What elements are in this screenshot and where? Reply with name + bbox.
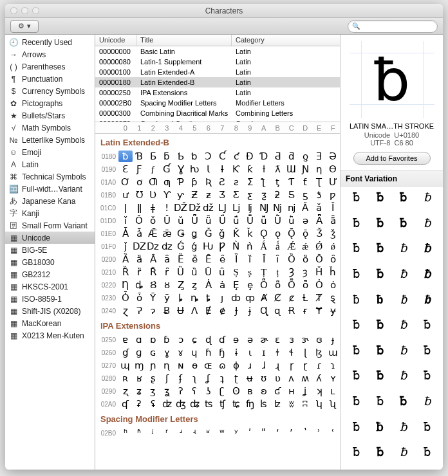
glyph-cell[interactable]: ǀ [118,202,133,214]
sidebar-item-arrows[interactable]: →Arrows [5,48,95,60]
glyph-cell[interactable]: ǰ [118,241,133,252]
glyph-cell[interactable]: Ƿ [216,241,230,252]
font-variant-cell[interactable]: ƀ [392,392,416,417]
glyph-cell[interactable]: ʭ [299,398,313,410]
sidebar-item-emoji[interactable]: ☺Emoji [5,146,95,158]
glyph-cell[interactable]: Ⱦ [312,292,326,304]
glyph-cell[interactable]: Ɩ [201,163,216,175]
glyph-cell[interactable]: Ɔ [201,151,216,162]
glyph-cell[interactable]: ʐ [118,385,133,397]
glyph-cell[interactable]: ƹ [243,189,257,201]
glyph-cell[interactable]: ʉ [243,372,257,384]
glyph-cell[interactable]: ȣ [160,279,174,291]
col-category[interactable]: Category [232,35,340,46]
glyph-cell[interactable]: Ȟ [312,266,326,278]
glyph-cell[interactable]: ƒ [146,164,160,175]
glyph-cell[interactable]: ʅ [188,372,202,384]
glyph-cell[interactable]: Ǜ [271,215,285,226]
font-variant-cell[interactable]: ƀ [344,392,368,417]
glyph-cell[interactable]: ǻ [271,241,285,252]
glyph-cell[interactable]: ƿ [326,189,341,201]
font-variant-cell[interactable]: ƀ [344,443,368,468]
glyph-cell[interactable]: Ǔ [160,215,174,226]
glyph-cell[interactable]: Ʌ [188,305,202,316]
glyph-cell[interactable]: ǋ [271,202,285,214]
glyph-cell[interactable]: ǃ [160,202,174,214]
glyph-cell[interactable]: ǆ [201,202,216,214]
glyph-cell[interactable]: Ɯ [285,163,299,175]
glyph-cell[interactable]: ȸ [229,292,243,304]
font-variant-cell[interactable]: ƀ [392,214,416,239]
glyph-cell[interactable]: ȶ [201,292,216,304]
font-variant-cell[interactable]: ƀ [415,443,439,468]
glyph-cell[interactable]: ʰ [118,427,133,439]
glyph-cell[interactable]: Ǟ [312,215,326,226]
glyph-cell[interactable]: Ǉ [216,202,230,214]
font-variant-cell[interactable]: ƀ [392,417,416,443]
glyph-cell[interactable]: Ɛ [118,163,133,175]
font-variant-cell[interactable]: ƀ [344,315,368,341]
glyph-cell[interactable]: Ȯ [312,279,326,291]
glyph-cell[interactable]: ʴ [174,427,188,439]
glyph-cell[interactable]: Ƒ [133,163,147,175]
glyph-cell[interactable]: ƛ [271,163,285,175]
glyph-cell[interactable]: Ⱥ [257,292,271,304]
glyph-cell[interactable]: ʁ [133,372,147,384]
glyph-cell[interactable]: ƀ [118,151,133,162]
glyph-cell[interactable]: Ǩ [229,228,243,239]
glyph-cell[interactable]: Ȃ [146,253,160,265]
glyph-cell[interactable]: Ʈ [312,176,326,188]
glyph-cell[interactable]: ɯ [326,347,341,358]
glyph-cell[interactable]: Ɏ [312,305,326,316]
glyph-cell[interactable]: ǩ [243,228,257,239]
glyph-cell[interactable]: ȝ [299,266,313,278]
sidebar-item-iso-8859-1[interactable]: ▦ISO-8859-1 [5,293,95,305]
glyph-cell[interactable]: ʞ [312,385,326,397]
glyph-cell[interactable]: ɖ [201,334,216,345]
glyph-cell[interactable]: ʵ [188,427,202,439]
table-row[interactable]: 000002B0Spacing Modifier LettersModifier… [95,98,340,108]
glyph-cell[interactable]: ǹ [243,241,257,252]
sidebar-item-gb2312[interactable]: ▦GB2312 [5,268,95,280]
glyph-cell[interactable]: Ƣ [146,176,160,188]
glyph-cell[interactable]: Ǳ [133,241,147,252]
sidebar-item-hkscs-2001[interactable]: ▦HKSCS-2001 [5,280,95,293]
glyph-cell[interactable]: ʎ [312,372,326,384]
sidebar-item-kanji[interactable]: 字Kanji [5,207,95,219]
glyph-cell[interactable]: ə [243,334,257,345]
glyph-cell[interactable]: ƺ [257,189,271,201]
glyph-cell[interactable]: Ə [326,151,341,162]
glyph-cell[interactable]: ƶ [201,189,216,201]
glyph-cell[interactable]: ɪ [257,347,271,358]
glyph-cell[interactable]: ǚ [257,215,271,226]
glyph-cell[interactable]: Ɖ [243,151,257,162]
glyph-cell[interactable]: ʸ [229,427,243,439]
glyph-cell[interactable]: Ȗ [201,266,216,278]
sidebar-item-math-symbols[interactable]: √Math Symbols [5,122,95,134]
glyph-cell[interactable]: ɓ [160,334,174,345]
glyph-cell[interactable]: ƚ [257,163,271,175]
glyph-cell[interactable]: ʱ [133,427,147,439]
glyph-cell[interactable]: ȴ [174,292,188,304]
glyph-cell[interactable]: ɭ [299,347,313,358]
glyph-cell[interactable]: ʼ [285,427,299,439]
sidebar-item-small-form-variant[interactable]: 🈂Small Form Variant [5,219,95,232]
glyph-cell[interactable]: Ǵ [174,241,188,252]
glyph-cell[interactable]: ʀ [118,372,133,384]
glyph-cell[interactable]: ƞ [312,163,326,175]
glyph-cell[interactable]: ʬ [285,398,299,410]
font-variant-cell[interactable]: ƀ [392,366,416,392]
glyph-cell[interactable]: Ȍ [285,253,299,265]
glyph-cell[interactable]: ʛ [271,385,285,397]
glyph-cell[interactable]: ʔ [174,385,188,397]
font-variant-cell[interactable]: ƀ [415,239,439,264]
glyph-cell[interactable]: ʪ [257,398,271,410]
glyph-cell[interactable]: ɚ [257,334,271,345]
font-variant-cell[interactable]: ƀ [415,315,439,341]
glyph-cell[interactable]: ɞ [312,334,326,345]
glyph-cell[interactable]: ȏ [326,253,341,265]
glyph-cell[interactable]: ǭ [299,228,313,239]
glyph-cell[interactable]: Ȥ [174,279,188,291]
glyph-cell[interactable]: ɽ [299,360,313,371]
glyph-cell[interactable]: ƕ [188,163,202,175]
